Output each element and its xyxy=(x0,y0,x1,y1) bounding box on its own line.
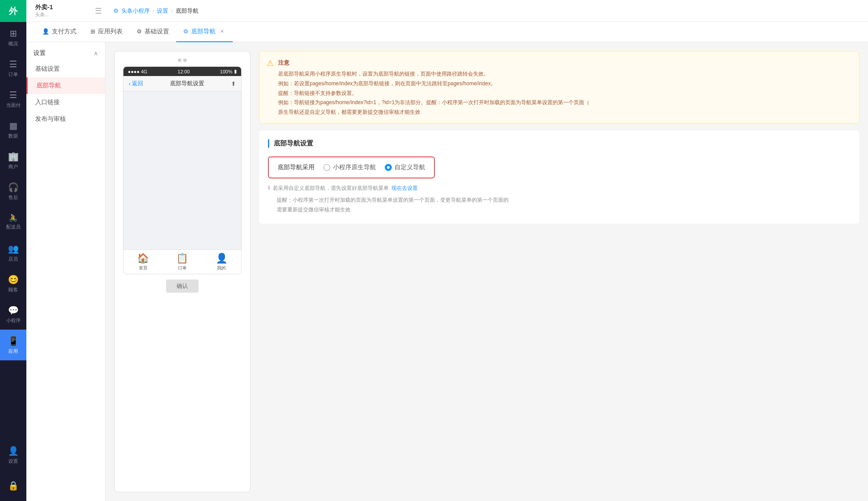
sidebar-item-service[interactable]: 🎧 售后 xyxy=(0,176,26,207)
warning-icon: ⚠ xyxy=(267,58,274,117)
phone-nav-order[interactable]: 📋 订单 xyxy=(163,250,202,274)
phone-status-bar: ●●●● 4G 12:00 100% ▮ xyxy=(123,67,241,76)
sidebar-logo: 外 xyxy=(0,0,26,22)
phone-signal: ●●●● 4G xyxy=(128,69,147,74)
app-sub: 头条... xyxy=(35,11,79,18)
tab-basic-icon: ⚙ xyxy=(137,28,142,35)
data-icon: ▦ xyxy=(9,120,18,131)
section-title: 底部导航设置 xyxy=(268,139,850,148)
sidebar-item-overview[interactable]: ⊞ 概况 xyxy=(0,22,26,53)
phone-back-button[interactable]: ‹ 返回 xyxy=(129,80,143,87)
sidebar-item-merchant[interactable]: 🏢 商户 xyxy=(0,145,26,176)
settings-sidebar: 设置 ∧ 基础设置 底部导航 入口链接 发布与审核 xyxy=(26,42,105,501)
sidebar-item-app[interactable]: 📱 应用 xyxy=(0,330,26,360)
customer-icon: 😊 xyxy=(8,274,19,285)
top-bar: 外卖-1 头条... ☰ ⚙ 头条小程序 › 设置 › 底部导航 xyxy=(26,0,868,22)
sidebar-item-label: 顾客 xyxy=(8,287,18,293)
phone-confirm-button[interactable]: 确认 xyxy=(166,280,199,293)
phone-nav-title: 底部导航设置 xyxy=(170,80,204,87)
tip-line-1: 提醒：小程序第一次打开时加载的页面为导航菜单设置的第一个页面，变更导航菜单的第一… xyxy=(277,196,850,205)
warning-line-4: 例如：导航链接为pages/home/index?id=1，?id=1为非法部分… xyxy=(278,98,590,108)
sidebar-item-label: 当面付 xyxy=(6,102,21,109)
sidebar-menu-basic[interactable]: 基础设置 xyxy=(26,61,105,77)
sidebar-item-label: 小程序 xyxy=(6,317,21,324)
radio-group: 小程序原生导航 自定义导航 xyxy=(323,163,425,171)
tab-basic-label: 基础设置 xyxy=(145,28,169,36)
sidebar-item-payment[interactable]: ☰ 当面付 xyxy=(0,84,26,114)
hint-row: ℹ 若采用自定义底部导航，需先设置好底部导航菜单 现在去设置 xyxy=(268,185,850,192)
sidebar-item-lock[interactable]: 🔒 xyxy=(0,470,26,501)
phone-nav-mine[interactable]: 👤 我的 xyxy=(202,250,241,274)
tab-bottom-nav[interactable]: ⚙ 底部导航 ✕ xyxy=(176,22,233,42)
phone-nav-home[interactable]: 🏠 首页 xyxy=(123,250,163,274)
breadcrumb-item-miniapp[interactable]: 头条小程序 xyxy=(121,7,150,15)
tab-app-list[interactable]: ⊞ 应用列表 xyxy=(83,22,130,42)
app-name: 外卖-1 xyxy=(35,4,79,11)
radio-custom-circle xyxy=(385,164,392,171)
radio-native[interactable]: 小程序原生导航 xyxy=(323,163,376,171)
user-icon: 👤 xyxy=(8,446,19,456)
sidebar-item-order[interactable]: ☰ 订单 xyxy=(0,53,26,84)
phone-home-icon: 🏠 xyxy=(137,253,149,264)
sidebar-menu-publish[interactable]: 发布与审核 xyxy=(26,111,105,127)
sidebar-item-data[interactable]: ▦ 数据 xyxy=(0,114,26,145)
phone-content xyxy=(123,91,241,250)
settings-sidebar-title: 设置 xyxy=(33,49,46,57)
sidebar: 外 ⊞ 概况 ☰ 订单 ☰ 当面付 ▦ 数据 🏢 商户 🎧 售后 🚴 配送员 👥… xyxy=(0,0,26,501)
collapse-icon[interactable]: ∧ xyxy=(94,50,98,57)
phone-battery: 100% ▮ xyxy=(220,69,237,74)
sidebar-item-label: 设置 xyxy=(8,458,18,465)
tabs-bar: 👤 支付方式 ⊞ 应用列表 ⚙ 基础设置 ⚙ 底部导航 ✕ xyxy=(26,22,868,42)
hint-circle-icon: ℹ xyxy=(268,185,270,191)
warning-line-3: 提醒：导航链接不支持参数设置。 xyxy=(278,89,590,98)
tab-payment-method[interactable]: 👤 支付方式 xyxy=(35,22,83,42)
sidebar-item-customer[interactable]: 😊 顾客 xyxy=(0,268,26,299)
sidebar-menu-entry-link[interactable]: 入口链接 xyxy=(26,94,105,111)
phone-mine-label: 我的 xyxy=(217,265,226,271)
delivery-icon: 🚴 xyxy=(9,214,18,222)
warning-line-5: 原生导航还是自定义导航，都需要更新提交微信审核才能生效 xyxy=(278,108,590,117)
breadcrumb-sep-1: › xyxy=(152,7,154,14)
radio-native-circle xyxy=(323,164,330,171)
phone-share-icon[interactable]: ⬆ xyxy=(231,80,236,87)
service-icon: 🎧 xyxy=(8,182,19,192)
tab-close-icon[interactable]: ✕ xyxy=(218,28,226,35)
app-icon: 📱 xyxy=(8,336,19,346)
phone-home-label: 首页 xyxy=(139,265,148,271)
phone-order-icon: 📋 xyxy=(176,253,188,264)
breadcrumb-current: 底部导航 xyxy=(176,7,199,15)
warning-box: ⚠ 注意 若底部导航采用小程序原生导航时，设置为底部导航的链接，页面中使用路径跳… xyxy=(259,51,859,123)
hint-text: 若采用自定义底部导航，需先设置好底部导航菜单 xyxy=(273,185,389,192)
radio-custom-label: 自定义导航 xyxy=(394,163,425,171)
sidebar-menu-bottom-nav[interactable]: 底部导航 xyxy=(26,77,105,94)
sidebar-item-label: 店员 xyxy=(8,256,18,262)
merchant-icon: 🏢 xyxy=(8,151,19,162)
sidebar-item-user-settings[interactable]: 👤 设置 xyxy=(0,439,26,470)
order-icon: ☰ xyxy=(9,59,17,69)
tab-bottomnav-icon: ⚙ xyxy=(183,28,188,35)
breadcrumb-icon: ⚙ xyxy=(113,7,119,14)
tip-block: 提醒：小程序第一次打开时加载的页面为导航菜单设置的第一个页面，变更导航菜单的第一… xyxy=(277,196,850,214)
sidebar-item-delivery[interactable]: 🚴 配送员 xyxy=(0,207,26,237)
sidebar-item-label: 概况 xyxy=(8,40,18,47)
breadcrumb-item-settings[interactable]: 设置 xyxy=(157,7,168,15)
app-info: 外卖-1 头条... xyxy=(35,4,79,18)
menu-icon[interactable]: ☰ xyxy=(95,6,102,16)
lock-icon: 🔒 xyxy=(8,480,19,491)
breadcrumb-sep-2: › xyxy=(171,7,173,14)
sidebar-item-member[interactable]: 👥 店员 xyxy=(0,237,26,268)
sidebar-item-wechat[interactable]: 💬 小程序 xyxy=(0,299,26,330)
phone-order-label: 订单 xyxy=(178,265,187,271)
tab-basic-settings[interactable]: ⚙ 基础设置 xyxy=(130,22,176,42)
overview-icon: ⊞ xyxy=(10,28,17,39)
phone-bottom-nav: 🏠 首页 📋 订单 👤 我的 xyxy=(123,250,241,274)
radio-custom[interactable]: 自定义导航 xyxy=(385,163,425,171)
phone-mockup: ●●●● 4G 12:00 100% ▮ ‹ 返回 底部导航设置 xyxy=(114,51,250,492)
content-area: ●●●● 4G 12:00 100% ▮ ‹ 返回 底部导航设置 xyxy=(105,42,868,501)
phone-dots xyxy=(178,58,187,62)
sidebar-item-label: 订单 xyxy=(8,71,18,78)
hint-link[interactable]: 现在去设置 xyxy=(391,185,418,192)
tab-bottomnav-label: 底部导航 xyxy=(191,28,216,36)
bottom-nav-settings-section: 底部导航设置 底部导航采用 小程序原生导航 自定义导航 xyxy=(259,131,859,223)
settings-panel: ⚠ 注意 若底部导航采用小程序原生导航时，设置为底部导航的链接，页面中使用路径跳… xyxy=(259,51,859,492)
